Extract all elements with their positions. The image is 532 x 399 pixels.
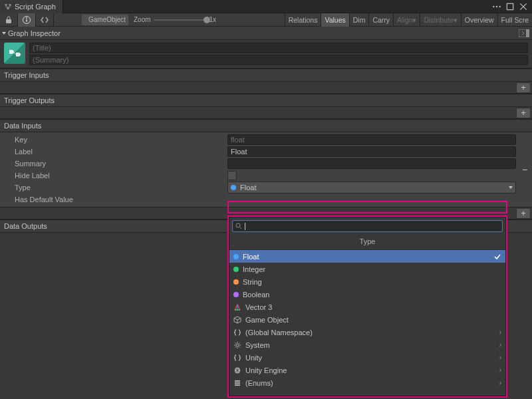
type-popup-header: Type xyxy=(229,235,505,250)
type-ns-icon xyxy=(233,354,241,362)
svg-point-5 xyxy=(499,5,501,7)
type-option[interactable]: (Enums)› xyxy=(229,376,505,389)
type-option[interactable]: Float xyxy=(229,250,505,263)
type-vec-icon xyxy=(233,303,241,311)
graph-summary-input[interactable]: (Summary) xyxy=(29,55,528,65)
main-toolbar: GameObject Zoom 1x Relations Values Dim … xyxy=(0,13,532,27)
type-cube-icon xyxy=(233,316,241,324)
chevron-right-icon: › xyxy=(499,329,501,336)
tab-carry[interactable]: Carry xyxy=(368,13,393,27)
type-option-label: Vector 3 xyxy=(245,303,272,311)
type-option-label: (Enums) xyxy=(245,379,273,387)
type-option-label: Game Object xyxy=(245,316,289,324)
zoom-control: Zoom 1x xyxy=(130,16,220,23)
remove-data-input-button[interactable]: − xyxy=(517,134,532,205)
add-data-input-button[interactable]: + xyxy=(516,208,531,219)
type-dropdown[interactable]: Float xyxy=(227,182,516,194)
key-input[interactable]: float xyxy=(227,134,516,145)
svg-point-9 xyxy=(26,17,27,19)
has-default-label: Has Default Value xyxy=(15,196,227,203)
type-dot-icon xyxy=(233,267,239,272)
window-title: Script Graph xyxy=(15,3,56,11)
tab-relations[interactable]: Relations xyxy=(285,13,321,27)
info-icon xyxy=(22,15,31,25)
type-unity-icon xyxy=(233,366,241,374)
check-icon xyxy=(493,253,501,261)
code-button[interactable] xyxy=(36,13,54,27)
svg-rect-0 xyxy=(5,4,7,5)
type-value: Float xyxy=(240,184,256,192)
type-option[interactable]: Boolean xyxy=(229,288,505,301)
inspector-header-label: Graph Inspector xyxy=(8,29,61,37)
type-option-label: Unity Engine xyxy=(245,366,287,374)
game-object-field[interactable]: GameObject xyxy=(82,15,128,25)
type-option[interactable]: Unity Engine› xyxy=(229,364,505,376)
window-close-icon[interactable] xyxy=(519,2,528,11)
type-label: Type xyxy=(15,184,227,192)
type-dot-icon xyxy=(233,292,239,297)
type-search-input[interactable] xyxy=(232,220,503,232)
info-button[interactable] xyxy=(18,13,36,27)
type-option[interactable]: Game Object xyxy=(229,313,505,326)
svg-point-16 xyxy=(236,344,239,346)
tab-distribute[interactable]: Distribute ▾ xyxy=(420,13,460,27)
label-input[interactable]: Float xyxy=(227,146,516,157)
lock-icon xyxy=(4,15,13,25)
section-trigger-outputs[interactable]: Trigger Outputs xyxy=(0,94,532,107)
type-option-label: String xyxy=(243,278,262,286)
type-option[interactable]: Unity› xyxy=(229,351,505,364)
zoom-value: 1x xyxy=(209,16,217,23)
type-option[interactable]: (Global Namespace)› xyxy=(229,326,505,338)
type-color-dot xyxy=(231,185,236,190)
svg-rect-17 xyxy=(235,380,240,382)
tab-fullscreen[interactable]: Full Scre xyxy=(497,13,532,27)
svg-point-15 xyxy=(236,223,240,227)
tab-overview[interactable]: Overview xyxy=(461,13,497,27)
type-option[interactable]: Vector 3 xyxy=(229,301,505,313)
svg-rect-1 xyxy=(9,4,11,5)
type-option-label: System xyxy=(245,341,270,349)
graph-title-input[interactable]: (Title) xyxy=(29,43,528,53)
svg-rect-2 xyxy=(7,7,9,9)
text-cursor xyxy=(245,223,245,230)
chevron-right-icon: › xyxy=(499,379,501,386)
data-input-entry: Keyfloat LabelFloat Summary Hide Label T… xyxy=(0,132,532,207)
type-list: FloatIntegerStringBooleanVector 3Game Ob… xyxy=(229,250,505,389)
window-tab[interactable]: Script Graph xyxy=(0,0,63,13)
tab-align[interactable]: Align ▾ xyxy=(393,13,420,27)
svg-rect-6 xyxy=(507,3,513,9)
type-picker-popup: Type FloatIntegerStringBooleanVector 3Ga… xyxy=(229,217,506,396)
section-trigger-inputs[interactable]: Trigger Inputs xyxy=(0,68,532,82)
window-maximize-icon[interactable] xyxy=(505,2,515,11)
type-option[interactable]: Integer xyxy=(229,263,505,275)
tab-dim[interactable]: Dim xyxy=(349,13,369,27)
panel-toggle-icon[interactable] xyxy=(519,29,529,37)
summary-input[interactable] xyxy=(227,158,516,169)
tab-values[interactable]: Values xyxy=(321,13,348,27)
zoom-label: Zoom xyxy=(134,16,151,23)
game-object-label: GameObject xyxy=(88,16,126,23)
code-icon xyxy=(40,15,49,25)
type-dot-icon xyxy=(233,254,239,259)
type-option-label: Boolean xyxy=(243,291,269,299)
lock-button[interactable] xyxy=(0,13,18,27)
graph-summary: (Title) (Summary) xyxy=(0,40,532,68)
type-option[interactable]: String xyxy=(229,275,505,288)
type-option-label: Float xyxy=(243,253,259,261)
section-data-inputs[interactable]: Data Inputs xyxy=(0,119,532,132)
chevron-right-icon: › xyxy=(499,366,501,374)
zoom-slider[interactable] xyxy=(154,19,207,21)
add-trigger-input-button[interactable]: + xyxy=(516,82,531,93)
hide-label-checkbox[interactable] xyxy=(227,171,237,180)
window-menu-icon[interactable] xyxy=(492,2,501,11)
svg-rect-14 xyxy=(526,29,529,37)
chevron-right-icon: › xyxy=(499,354,501,361)
foldout-icon xyxy=(2,32,6,35)
inspector-header[interactable]: Graph Inspector xyxy=(0,27,532,40)
type-option[interactable]: System› xyxy=(229,338,505,351)
type-option-label: (Global Namespace) xyxy=(245,329,313,336)
type-option-label: Integer xyxy=(243,265,265,273)
type-gear-icon xyxy=(233,341,241,349)
hide-label-label: Hide Label xyxy=(15,172,227,180)
add-trigger-output-button[interactable]: + xyxy=(516,108,531,118)
